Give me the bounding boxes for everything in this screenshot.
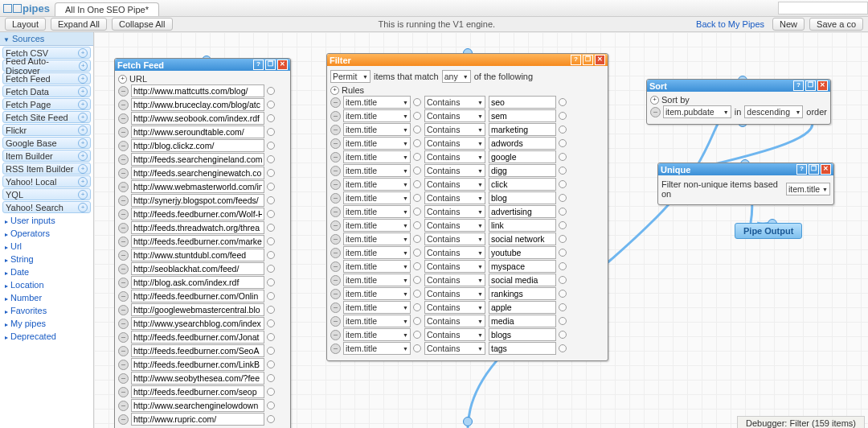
rule-op-select[interactable]: Contains▼: [424, 191, 485, 204]
rule-field-select[interactable]: item.title▼: [343, 109, 411, 122]
rule-field-select[interactable]: item.title▼: [343, 342, 411, 355]
back-link[interactable]: Back to My Pipes: [696, 19, 764, 29]
minimize-icon[interactable]: ?: [571, 55, 581, 65]
add-icon[interactable]: +: [79, 61, 88, 71]
rule-field-select[interactable]: item.title▼: [343, 274, 411, 286]
sidebar-module-3[interactable]: Fetch Data+: [2, 85, 91, 97]
rule-field-select[interactable]: item.title▼: [343, 96, 411, 109]
rule-value-input[interactable]: [489, 342, 556, 355]
rule-value-input[interactable]: [489, 287, 556, 300]
collapse-all-button[interactable]: Collapse All: [112, 18, 172, 31]
remove-row-button[interactable]: –: [330, 248, 341, 258]
url-input[interactable]: [131, 344, 264, 357]
value-port[interactable]: [559, 139, 567, 147]
rule-value-input[interactable]: [489, 315, 556, 327]
remove-row-button[interactable]: –: [118, 141, 129, 151]
rule-op-select[interactable]: Contains▼: [424, 287, 485, 300]
sort-dir-select[interactable]: descending▼: [744, 105, 803, 118]
sidebar-category-9[interactable]: Deprecated: [0, 330, 93, 343]
url-input[interactable]: [131, 413, 264, 426]
field-port[interactable]: [413, 126, 421, 134]
remove-row-button[interactable]: –: [330, 344, 341, 354]
rule-op-select[interactable]: Contains▼: [424, 123, 485, 136]
url-input[interactable]: [131, 126, 264, 138]
url-input[interactable]: [131, 153, 264, 166]
url-input[interactable]: [131, 358, 264, 371]
module-filter-header[interactable]: Filter ? ❐ ✕: [327, 54, 608, 66]
module-fetch-feed-header[interactable]: Fetch Feed ? ❐ ✕: [115, 59, 290, 71]
rule-field-select[interactable]: item.title▼: [343, 164, 411, 177]
url-input[interactable]: [131, 98, 264, 111]
url-input[interactable]: [131, 167, 264, 179]
field-port[interactable]: [413, 290, 421, 298]
pipe-output[interactable]: Pipe Output: [735, 223, 802, 239]
rule-op-select[interactable]: Contains▼: [424, 260, 485, 273]
url-input[interactable]: [131, 180, 264, 193]
rule-field-select[interactable]: item.title▼: [343, 178, 411, 191]
url-input[interactable]: [131, 372, 264, 385]
rule-op-select[interactable]: Contains▼: [424, 315, 485, 327]
remove-row-button[interactable]: –: [118, 127, 129, 138]
restore-icon[interactable]: ❐: [583, 55, 593, 65]
remove-row-button[interactable]: –: [118, 264, 129, 274]
remove-row-button[interactable]: –: [330, 152, 341, 163]
sidebar-category-7[interactable]: Favorites: [0, 304, 93, 317]
output-port[interactable]: [267, 415, 275, 423]
output-port[interactable]: [267, 360, 275, 368]
sort-field-select[interactable]: item.pubdate▼: [663, 105, 731, 118]
output-port[interactable]: [267, 278, 275, 286]
remove-row-button[interactable]: –: [118, 373, 129, 384]
rule-value-input[interactable]: [489, 233, 556, 245]
rule-value-input[interactable]: [489, 328, 556, 341]
output-port[interactable]: [267, 319, 275, 327]
module-sort[interactable]: Sort ? ❐ ✕ +Sort by – item.pubdate▼ in d…: [646, 79, 831, 125]
add-icon[interactable]: +: [78, 87, 88, 97]
output-port[interactable]: [267, 169, 275, 177]
rule-value-input[interactable]: [489, 260, 556, 273]
value-port[interactable]: [559, 126, 567, 134]
rule-op-select[interactable]: Contains▼: [424, 109, 485, 122]
rule-value-input[interactable]: [489, 150, 556, 163]
remove-row-button[interactable]: –: [118, 250, 129, 261]
canvas[interactable]: Fetch Feed ? ❐ ✕ +URL ––––––––––––––––––…: [94, 32, 868, 428]
add-icon[interactable]: +: [78, 48, 88, 58]
add-icon[interactable]: +: [78, 113, 88, 122]
output-port[interactable]: [267, 142, 275, 150]
layout-button[interactable]: Layout: [5, 18, 46, 31]
output-port[interactable]: [267, 401, 275, 409]
rule-field-select[interactable]: item.title▼: [343, 246, 411, 259]
remove-row-button[interactable]: –: [330, 275, 341, 286]
value-port[interactable]: [559, 303, 567, 311]
url-input[interactable]: [131, 208, 264, 220]
new-button[interactable]: New: [772, 18, 805, 31]
expand-icon[interactable]: +: [330, 86, 339, 95]
restore-icon[interactable]: ❐: [805, 80, 816, 91]
remove-row-button[interactable]: –: [118, 305, 129, 315]
output-port[interactable]: [267, 210, 275, 218]
field-port[interactable]: [413, 303, 421, 311]
close-icon[interactable]: ✕: [817, 80, 828, 91]
remove-row-button[interactable]: –: [118, 346, 129, 356]
sidebar-category-4[interactable]: Date: [0, 265, 93, 278]
rule-value-input[interactable]: [489, 301, 556, 314]
output-port[interactable]: [267, 155, 275, 163]
rule-value-input[interactable]: [489, 109, 556, 122]
expand-icon[interactable]: +: [118, 75, 127, 84]
value-port[interactable]: [559, 112, 567, 120]
debugger-bar[interactable]: Debugger: Filter (159 items): [737, 416, 865, 428]
remove-row-button[interactable]: –: [330, 125, 341, 135]
add-icon[interactable]: +: [78, 74, 88, 84]
field-port[interactable]: [413, 276, 421, 284]
rule-value-input[interactable]: [489, 178, 556, 191]
remove-row-button[interactable]: –: [118, 319, 129, 329]
rule-op-select[interactable]: Contains▼: [424, 274, 485, 286]
rule-op-select[interactable]: Contains▼: [424, 301, 485, 314]
remove-row-button[interactable]: –: [330, 138, 341, 149]
value-port[interactable]: [559, 208, 567, 216]
sidebar-category-1[interactable]: Operators: [0, 227, 93, 240]
rule-field-select[interactable]: item.title▼: [343, 137, 411, 150]
rule-op-select[interactable]: Contains▼: [424, 233, 485, 245]
remove-row-button[interactable]: –: [118, 387, 129, 397]
expand-icon[interactable]: +: [650, 96, 659, 105]
restore-icon[interactable]: ❐: [265, 60, 276, 70]
